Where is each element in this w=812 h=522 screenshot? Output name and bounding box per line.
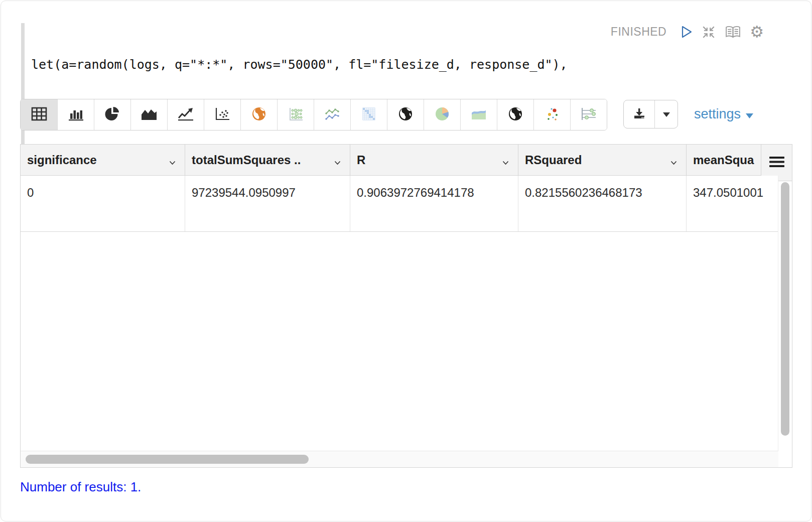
globe-dark-icon	[397, 106, 414, 124]
book-icon[interactable]	[725, 25, 741, 39]
collapse-icon[interactable]	[701, 25, 716, 40]
status-badge: FINISHED	[611, 25, 666, 39]
bar-chart-icon	[67, 106, 85, 123]
cell-meanSquaredError: 347.0501001	[687, 176, 778, 231]
column-header-R[interactable]: R	[350, 145, 518, 175]
globe-orange-button[interactable]	[240, 99, 277, 130]
settings-link[interactable]: settings	[694, 106, 753, 122]
grid-header-row: significance totalSumSquares .. R RSquar…	[21, 145, 792, 176]
pie-chart-icon	[104, 106, 121, 124]
caret-down-icon	[663, 110, 670, 119]
scatter-chart-button[interactable]	[204, 99, 240, 130]
chevron-down-icon[interactable]	[169, 158, 176, 167]
run-play-icon[interactable]	[679, 25, 693, 39]
table-icon	[31, 106, 48, 123]
multi-line-icon	[324, 106, 341, 123]
area-chart-button[interactable]	[130, 99, 167, 130]
notebook-paragraph: let(a=random(logs, q="*:*", rows="50000"…	[1, 1, 811, 521]
gear-icon[interactable]: ⚙	[750, 24, 764, 40]
cell-RSquared: 0.8215560236468173	[518, 176, 687, 231]
scatter-chart-icon	[214, 106, 231, 123]
visualization-toolbar	[20, 99, 607, 130]
chevron-down-icon[interactable]	[502, 158, 509, 167]
horizontal-scrollbar-track[interactable]	[21, 451, 778, 467]
column-header-RSquared[interactable]: RSquared	[518, 145, 687, 175]
download-options-button[interactable]	[655, 100, 678, 128]
column-header-totalSumSquares[interactable]: totalSumSquares ..	[185, 145, 350, 175]
horizontal-scrollbar-thumb[interactable]	[26, 455, 309, 464]
cell-significance: 0	[21, 176, 185, 231]
globe-dark-icon	[507, 106, 523, 124]
chevron-down-icon[interactable]	[334, 158, 341, 167]
code-line: let(a=random(logs, q="*:*", rows="50000"…	[31, 56, 568, 73]
area-colored-button[interactable]	[460, 99, 497, 130]
line-chart-icon	[177, 106, 195, 123]
area-chart-icon	[140, 106, 158, 123]
paragraph-controls: FINISHED ⚙	[611, 24, 764, 40]
pie-chart-button[interactable]	[94, 99, 130, 130]
globe-dark-button[interactable]	[387, 99, 424, 130]
results-count: Number of results: 1.	[20, 479, 141, 495]
settings-label: settings	[694, 106, 741, 122]
heatmap-button[interactable]	[350, 99, 387, 130]
download-button[interactable]	[624, 100, 655, 128]
bubble-grid-icon	[287, 106, 304, 123]
cell-R: 0.9063972769414178	[350, 176, 518, 231]
vertical-scrollbar[interactable]	[781, 182, 789, 436]
multi-line-button[interactable]	[314, 99, 350, 130]
table-button[interactable]	[21, 99, 57, 130]
column-header-significance[interactable]: significance	[21, 145, 185, 175]
results-grid: significance totalSumSquares .. R RSquar…	[20, 144, 792, 468]
bubble-grid-button[interactable]	[277, 99, 314, 130]
download-split-button	[623, 100, 678, 128]
chevron-down-icon[interactable]	[670, 158, 677, 167]
heatmap-icon	[361, 106, 377, 123]
globe-orange-icon	[251, 106, 267, 124]
scatter-colored-icon	[544, 106, 561, 124]
cell-totalSumSquares: 97239544.0950997	[185, 176, 350, 231]
range-sliders-icon	[580, 106, 598, 123]
line-chart-button[interactable]	[167, 99, 204, 130]
area-colored-icon	[470, 106, 488, 123]
caret-down-icon	[746, 106, 753, 122]
pie-colored-icon	[434, 105, 451, 124]
pie-colored-button[interactable]	[424, 99, 460, 130]
range-sliders-button[interactable]	[570, 99, 607, 130]
globe-dark-button[interactable]	[497, 99, 533, 130]
table-row[interactable]: 0 97239544.0950997 0.9063972769414178 0.…	[21, 176, 778, 232]
grid-viewport: 0 97239544.0950997 0.9063972769414178 0.…	[21, 176, 778, 451]
download-icon	[633, 107, 646, 121]
scatter-colored-button[interactable]	[533, 99, 570, 130]
menu-icon	[769, 157, 784, 169]
bar-chart-button[interactable]	[57, 99, 94, 130]
